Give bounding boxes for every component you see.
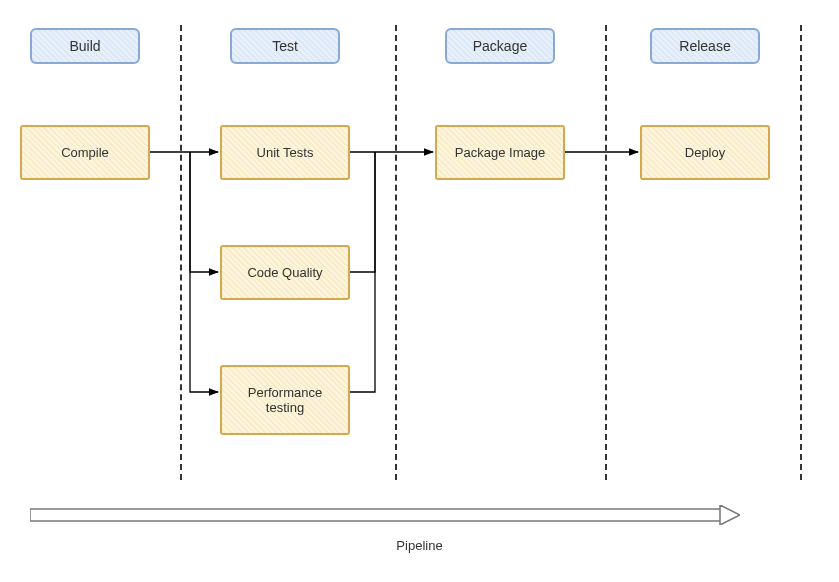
task-package-image: Package Image [435, 125, 565, 180]
svg-marker-7 [720, 505, 740, 525]
task-code-quality: Code Quality [220, 245, 350, 300]
stage-header-package: Package [445, 28, 555, 64]
task-performance-testing: Performance testing [220, 365, 350, 435]
divider-2 [395, 25, 397, 480]
task-compile: Compile [20, 125, 150, 180]
stage-header-test: Test [230, 28, 340, 64]
pipeline-arrow [30, 505, 740, 525]
stage-header-build: Build [30, 28, 140, 64]
flow-connectors [0, 0, 839, 500]
pipeline-label: Pipeline [0, 538, 839, 553]
stage-header-release: Release [650, 28, 760, 64]
divider-4 [800, 25, 802, 480]
divider-1 [180, 25, 182, 480]
task-deploy: Deploy [640, 125, 770, 180]
divider-3 [605, 25, 607, 480]
task-unit-tests: Unit Tests [220, 125, 350, 180]
